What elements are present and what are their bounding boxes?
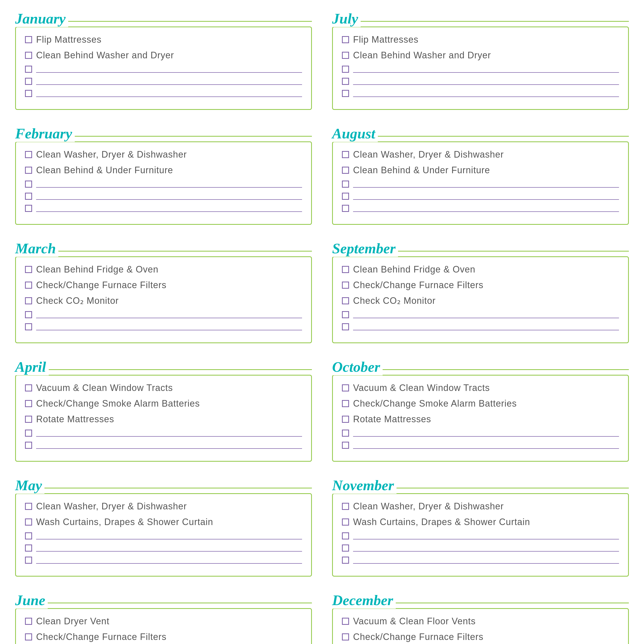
checkbox-icon[interactable]: [342, 193, 349, 200]
month-box: Vacuum & Clean Window TractsCheck/Change…: [15, 375, 312, 462]
checkbox-icon[interactable]: [342, 78, 349, 85]
month-header-september: September: [332, 240, 629, 257]
checkbox-icon[interactable]: [25, 532, 32, 539]
task-text: Check CO₂ Monitor: [36, 295, 119, 306]
month-block-october: OctoberVacuum & Clean Window TractsCheck…: [332, 358, 629, 462]
checkbox-icon[interactable]: [342, 282, 349, 289]
task-text: Rotate Mattresses: [36, 414, 114, 425]
checkbox-icon[interactable]: [25, 311, 32, 318]
checkbox-icon[interactable]: [25, 544, 32, 552]
task-text: Check/Change Furnace Filters: [353, 280, 483, 290]
checkbox-icon[interactable]: [342, 557, 349, 564]
task-text: Flip Mattresses: [353, 34, 418, 45]
checkbox-icon[interactable]: [25, 297, 32, 304]
checkbox-icon[interactable]: [342, 532, 349, 539]
task-row: Check CO₂ Monitor: [25, 295, 302, 306]
header-line: [68, 21, 312, 22]
task-row: Clean Washer, Dryer & Dishwasher: [342, 149, 619, 160]
checkbox-icon[interactable]: [25, 442, 32, 449]
checkbox-icon[interactable]: [342, 311, 349, 318]
month-header-may: May: [15, 477, 312, 494]
month-header-november: November: [332, 477, 629, 494]
checkbox-icon[interactable]: [25, 78, 32, 85]
checkbox-icon[interactable]: [25, 193, 32, 200]
checkbox-icon[interactable]: [25, 205, 32, 212]
checkbox-icon[interactable]: [25, 66, 32, 73]
checkbox-icon[interactable]: [342, 618, 349, 625]
blank-row: [25, 323, 302, 330]
checkbox-icon[interactable]: [25, 557, 32, 564]
checkbox-icon[interactable]: [25, 430, 32, 437]
checkbox-icon[interactable]: [342, 66, 349, 73]
checkbox-icon[interactable]: [25, 52, 32, 59]
task-row: Clean Behind & Under Furniture: [342, 165, 619, 176]
checkbox-icon[interactable]: [342, 266, 349, 273]
checkbox-icon[interactable]: [25, 618, 32, 625]
blank-row: [25, 90, 302, 97]
checkbox-icon[interactable]: [342, 205, 349, 212]
month-name: November: [332, 477, 397, 494]
checkbox-icon[interactable]: [342, 416, 349, 423]
month-name: July: [332, 10, 361, 27]
blank-row: [25, 430, 302, 437]
blank-line-underline: [36, 311, 302, 318]
checkbox-icon[interactable]: [25, 151, 32, 158]
checkbox-icon[interactable]: [342, 181, 349, 188]
task-row: Check/Change Furnace Filters: [25, 632, 302, 642]
checkbox-icon[interactable]: [342, 167, 349, 174]
task-row: Flip Mattresses: [25, 34, 302, 45]
blank-row: [342, 557, 619, 564]
blank-row: [25, 78, 302, 85]
checkbox-icon[interactable]: [342, 384, 349, 391]
checkbox-icon[interactable]: [342, 90, 349, 97]
checkbox-icon[interactable]: [25, 282, 32, 289]
checkbox-icon[interactable]: [25, 323, 32, 330]
checkbox-icon[interactable]: [25, 416, 32, 423]
header-line: [44, 488, 312, 488]
checkbox-icon[interactable]: [25, 36, 32, 43]
header-line: [58, 251, 312, 252]
task-row: Clean Behind Washer and Dryer: [342, 50, 619, 61]
task-row: Rotate Mattresses: [342, 414, 619, 425]
checkbox-icon[interactable]: [25, 90, 32, 97]
month-box: Clean Behind Fridge & OvenCheck/Change F…: [15, 256, 312, 343]
blank-row: [25, 66, 302, 73]
task-text: Clean Behind Fridge & Oven: [36, 264, 158, 275]
checkbox-icon[interactable]: [342, 442, 349, 449]
month-block-june: JuneClean Dryer VentCheck/Change Furnace…: [15, 592, 312, 644]
blank-row: [342, 66, 619, 73]
header-line: [397, 488, 629, 488]
checkbox-icon[interactable]: [25, 181, 32, 188]
checkbox-icon[interactable]: [25, 400, 32, 407]
checkbox-icon[interactable]: [342, 430, 349, 437]
task-row: Check CO₂ Monitor: [342, 295, 619, 306]
blank-row: [25, 181, 302, 188]
task-text: Check CO₂ Monitor: [353, 295, 436, 306]
checkbox-icon[interactable]: [342, 544, 349, 552]
checkbox-icon[interactable]: [342, 400, 349, 407]
blank-line-underline: [353, 544, 619, 552]
checkbox-icon[interactable]: [25, 633, 32, 640]
checkbox-icon[interactable]: [342, 36, 349, 43]
blank-line-underline: [353, 532, 619, 539]
checkbox-icon[interactable]: [342, 633, 349, 640]
checkbox-icon[interactable]: [342, 518, 349, 526]
task-text: Clean Behind Fridge & Oven: [353, 264, 475, 275]
month-header-june: June: [15, 592, 312, 609]
blank-row: [25, 544, 302, 552]
checkbox-icon[interactable]: [342, 52, 349, 59]
checkbox-icon[interactable]: [342, 323, 349, 330]
task-row: Clean Behind Washer and Dryer: [25, 50, 302, 61]
checkbox-icon[interactable]: [342, 503, 349, 510]
checkbox-icon[interactable]: [25, 518, 32, 526]
checkbox-icon[interactable]: [25, 384, 32, 391]
checkbox-icon[interactable]: [25, 167, 32, 174]
checkbox-icon[interactable]: [342, 297, 349, 304]
blank-line-underline: [36, 557, 302, 564]
month-header-july: July: [332, 10, 629, 27]
blank-line-underline: [353, 311, 619, 318]
checkbox-icon[interactable]: [342, 151, 349, 158]
task-text: Check/Change Smoke Alarm Batteries: [353, 398, 517, 409]
checkbox-icon[interactable]: [25, 503, 32, 510]
checkbox-icon[interactable]: [25, 266, 32, 273]
